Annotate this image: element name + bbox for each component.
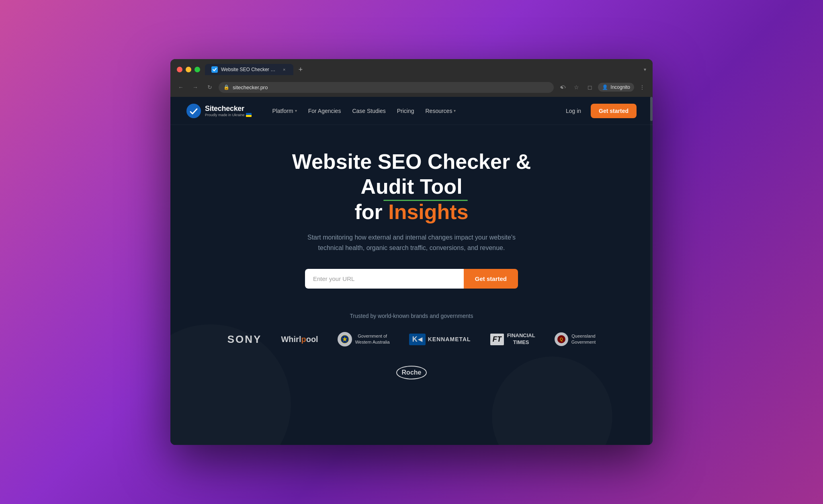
roche-logo-text: Roche bbox=[396, 366, 427, 379]
url-input[interactable] bbox=[305, 269, 464, 289]
minimize-button[interactable] bbox=[186, 67, 191, 72]
queensland-gov-logo: Q Queensland Government bbox=[555, 332, 596, 346]
trust-section: Trusted by world-known brands and govern… bbox=[186, 313, 637, 395]
gov-wa-text: Government of Western Australia bbox=[355, 333, 390, 346]
qld-text: Queensland Government bbox=[571, 333, 596, 346]
svg-point-0 bbox=[186, 104, 201, 118]
nav-actions: Log in Get started bbox=[561, 104, 637, 118]
financial-times-logo: FT FINANCIAL TIMES bbox=[490, 332, 535, 346]
gov-wa-emblem-icon bbox=[338, 332, 352, 346]
traffic-lights bbox=[177, 67, 200, 72]
ft-full-name: FINANCIAL TIMES bbox=[507, 332, 535, 346]
tab-view-icon[interactable]: ◻ bbox=[584, 82, 596, 93]
scrollbar[interactable] bbox=[650, 97, 653, 445]
menu-button[interactable]: ⋮ bbox=[637, 82, 648, 93]
whirlpool-logo: Whirlpool bbox=[281, 335, 318, 344]
logo-name: Sitechecker bbox=[205, 104, 252, 113]
address-bar[interactable]: 🔒 sitechecker.pro bbox=[219, 82, 554, 93]
hero-get-started-button[interactable]: Get started bbox=[464, 269, 518, 289]
resources-chevron-icon: ▾ bbox=[454, 109, 456, 113]
tab-favicon-icon bbox=[211, 66, 218, 73]
trust-label: Trusted by world-known brands and govern… bbox=[203, 313, 620, 319]
kennametal-logo: K ◀ KENNAMETAL bbox=[409, 334, 471, 345]
sony-logo: SONY bbox=[227, 333, 262, 346]
nav-links: Platform ▾ For Agencies Case Studies Pri… bbox=[268, 104, 561, 117]
close-button[interactable] bbox=[177, 67, 182, 72]
gov-wa-logo: Government of Western Australia bbox=[338, 332, 390, 346]
ukraine-flag-icon bbox=[246, 113, 252, 117]
reload-button[interactable]: ↻ bbox=[204, 82, 215, 93]
star-icon[interactable]: ☆ bbox=[571, 82, 582, 93]
active-tab[interactable]: Website SEO Checker & Audi... × bbox=[205, 64, 293, 75]
hero-form: Get started bbox=[305, 269, 518, 289]
trust-logos: SONY Whirlpool bbox=[203, 332, 620, 379]
back-button[interactable]: ← bbox=[175, 82, 186, 93]
platform-chevron-icon: ▾ bbox=[295, 109, 297, 113]
roche-logo: Roche bbox=[396, 366, 427, 379]
logo-icon bbox=[186, 104, 201, 118]
hero-section: Website SEO Checker & Audit Tool for Ins… bbox=[170, 125, 653, 412]
toolbar-actions: ☆ ◻ 👤 Incognito ⋮ bbox=[557, 82, 648, 93]
kennametal-logo-mark: K ◀ bbox=[409, 334, 426, 345]
scrollbar-thumb[interactable] bbox=[650, 97, 653, 121]
logo-tagline: Proudly made in Ukraine bbox=[205, 113, 252, 117]
tab-bar: Website SEO Checker & Audi... × + bbox=[205, 64, 639, 75]
window-collapse-button[interactable]: ▾ bbox=[644, 67, 646, 72]
sony-logo-text: SONY bbox=[227, 333, 262, 346]
whirlpool-logo-text: Whirlpool bbox=[281, 335, 318, 344]
nav-pricing[interactable]: Pricing bbox=[392, 104, 419, 117]
get-started-nav-button[interactable]: Get started bbox=[591, 104, 637, 118]
qld-emblem-icon: Q bbox=[555, 332, 568, 346]
incognito-icon: 👤 bbox=[602, 84, 608, 90]
nav-case-studies[interactable]: Case Studies bbox=[347, 104, 390, 117]
tab-title: Website SEO Checker & Audi... bbox=[221, 67, 278, 72]
browser-toolbar: ← → ↻ 🔒 sitechecker.pro ☆ ◻ 👤 Incognit bbox=[170, 78, 653, 97]
site-logo[interactable]: Sitechecker Proudly made in Ukraine bbox=[186, 104, 252, 118]
hero-subtitle: Start monitoring how external and intern… bbox=[299, 232, 524, 253]
logo-text: Sitechecker Proudly made in Ukraine bbox=[205, 104, 252, 117]
nav-resources[interactable]: Resources ▾ bbox=[420, 104, 461, 117]
address-url: sitechecker.pro bbox=[233, 84, 549, 90]
hero-title-highlight: Insights bbox=[388, 200, 468, 223]
hero-title: Website SEO Checker & Audit Tool for Ins… bbox=[271, 149, 552, 224]
nav-for-agencies[interactable]: For Agencies bbox=[303, 104, 346, 117]
hero-title-main: Website SEO Checker & Audit Tool bbox=[271, 149, 552, 199]
ft-abbreviation: FT bbox=[490, 334, 504, 345]
browser-titlebar: Website SEO Checker & Audi... × + ▾ bbox=[170, 59, 653, 78]
security-icon: 🔒 bbox=[223, 84, 229, 90]
nav-platform[interactable]: Platform ▾ bbox=[268, 104, 302, 117]
browser-window: Website SEO Checker & Audi... × + ▾ ← → … bbox=[170, 59, 653, 445]
incognito-indicator: 👤 Incognito bbox=[598, 83, 634, 92]
page-content: Sitechecker Proudly made in Ukraine Plat… bbox=[170, 97, 653, 445]
browser-chrome: Website SEO Checker & Audi... × + ▾ ← → … bbox=[170, 59, 653, 97]
kennametal-logo-text: KENNAMETAL bbox=[428, 336, 471, 342]
hero-title-for: for bbox=[354, 200, 388, 223]
fullscreen-button[interactable] bbox=[194, 67, 200, 72]
site-navigation: Sitechecker Proudly made in Ukraine Plat… bbox=[170, 97, 653, 125]
svg-text:Q: Q bbox=[560, 337, 563, 342]
incognito-label: Incognito bbox=[610, 84, 630, 90]
forward-button[interactable]: → bbox=[190, 82, 201, 93]
eye-off-icon[interactable] bbox=[557, 82, 568, 93]
new-tab-button[interactable]: + bbox=[295, 64, 306, 75]
tab-close-button[interactable]: × bbox=[281, 66, 287, 73]
login-button[interactable]: Log in bbox=[561, 104, 586, 117]
